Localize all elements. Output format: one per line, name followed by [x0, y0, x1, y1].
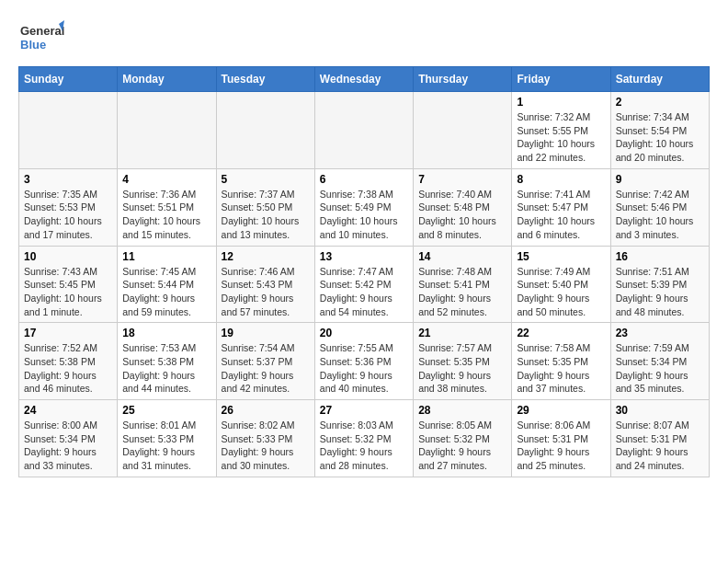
- day-info: Sunrise: 7:42 AM Sunset: 5:46 PM Dayligh…: [616, 188, 704, 242]
- calendar-cell: 15Sunrise: 7:49 AM Sunset: 5:40 PM Dayli…: [512, 246, 610, 323]
- day-info: Sunrise: 7:57 AM Sunset: 5:35 PM Dayligh…: [418, 341, 506, 396]
- day-number: 7: [418, 173, 506, 186]
- day-number: 15: [517, 250, 605, 263]
- calendar-cell: 20Sunrise: 7:55 AM Sunset: 5:36 PM Dayli…: [314, 323, 413, 400]
- day-info: Sunrise: 8:07 AM Sunset: 5:31 PM Dayligh…: [616, 419, 704, 473]
- calendar-cell: 19Sunrise: 7:54 AM Sunset: 5:37 PM Dayli…: [216, 323, 314, 400]
- day-number: 29: [517, 404, 605, 417]
- day-number: 24: [24, 404, 112, 417]
- day-info: Sunrise: 7:40 AM Sunset: 5:48 PM Dayligh…: [418, 188, 506, 242]
- day-info: Sunrise: 8:05 AM Sunset: 5:32 PM Dayligh…: [418, 419, 506, 473]
- day-info: Sunrise: 7:43 AM Sunset: 5:45 PM Dayligh…: [24, 265, 112, 319]
- calendar-cell: [118, 92, 216, 169]
- weekday-header: Wednesday: [314, 67, 413, 92]
- day-info: Sunrise: 8:00 AM Sunset: 5:34 PM Dayligh…: [24, 419, 112, 473]
- calendar-cell: 24Sunrise: 8:00 AM Sunset: 5:34 PM Dayli…: [19, 400, 118, 477]
- day-info: Sunrise: 7:52 AM Sunset: 5:38 PM Dayligh…: [24, 341, 112, 396]
- day-info: Sunrise: 7:34 AM Sunset: 5:54 PM Dayligh…: [616, 110, 704, 165]
- calendar-cell: 9Sunrise: 7:42 AM Sunset: 5:46 PM Daylig…: [610, 168, 709, 246]
- svg-text:General: General: [20, 24, 64, 38]
- weekday-header: Monday: [118, 67, 216, 92]
- day-number: 19: [222, 327, 310, 339]
- calendar-cell: 30Sunrise: 8:07 AM Sunset: 5:31 PM Dayli…: [610, 400, 709, 477]
- calendar-cell: 10Sunrise: 7:43 AM Sunset: 5:45 PM Dayli…: [19, 246, 118, 323]
- weekday-header: Friday: [512, 67, 610, 92]
- calendar-cell: 23Sunrise: 7:59 AM Sunset: 5:34 PM Dayli…: [610, 323, 709, 400]
- calendar-week-row: 10Sunrise: 7:43 AM Sunset: 5:45 PM Dayli…: [19, 246, 710, 323]
- calendar-cell: [314, 92, 413, 169]
- calendar-cell: 5Sunrise: 7:37 AM Sunset: 5:50 PM Daylig…: [216, 168, 314, 246]
- day-number: 8: [517, 173, 605, 186]
- day-number: 5: [222, 173, 310, 186]
- calendar-cell: [216, 92, 314, 169]
- calendar-header-row: SundayMondayTuesdayWednesdayThursdayFrid…: [19, 67, 710, 92]
- logo-svg: General Blue: [18, 18, 64, 57]
- calendar-week-row: 24Sunrise: 8:00 AM Sunset: 5:34 PM Dayli…: [19, 400, 710, 477]
- day-number: 13: [320, 250, 408, 263]
- weekday-header: Sunday: [19, 67, 118, 92]
- day-info: Sunrise: 7:41 AM Sunset: 5:47 PM Dayligh…: [517, 188, 605, 242]
- calendar-cell: 28Sunrise: 8:05 AM Sunset: 5:32 PM Dayli…: [414, 400, 512, 477]
- day-number: 25: [122, 404, 210, 417]
- day-number: 1: [517, 96, 605, 109]
- day-info: Sunrise: 7:53 AM Sunset: 5:38 PM Dayligh…: [122, 341, 210, 396]
- calendar-cell: 27Sunrise: 8:03 AM Sunset: 5:32 PM Dayli…: [314, 400, 413, 477]
- day-info: Sunrise: 7:48 AM Sunset: 5:41 PM Dayligh…: [418, 265, 506, 319]
- calendar-cell: 3Sunrise: 7:35 AM Sunset: 5:53 PM Daylig…: [19, 168, 118, 246]
- day-number: 28: [418, 404, 506, 417]
- day-number: 21: [418, 327, 506, 339]
- day-info: Sunrise: 7:54 AM Sunset: 5:37 PM Dayligh…: [222, 341, 310, 396]
- day-number: 4: [122, 173, 210, 186]
- calendar-cell: 14Sunrise: 7:48 AM Sunset: 5:41 PM Dayli…: [414, 246, 512, 323]
- day-info: Sunrise: 8:01 AM Sunset: 5:33 PM Dayligh…: [122, 419, 210, 473]
- calendar-cell: 22Sunrise: 7:58 AM Sunset: 5:35 PM Dayli…: [512, 323, 610, 400]
- weekday-header: Saturday: [610, 67, 709, 92]
- day-info: Sunrise: 7:55 AM Sunset: 5:36 PM Dayligh…: [320, 341, 408, 396]
- calendar-cell: 2Sunrise: 7:34 AM Sunset: 5:54 PM Daylig…: [610, 92, 709, 169]
- calendar-cell: 12Sunrise: 7:46 AM Sunset: 5:43 PM Dayli…: [216, 246, 314, 323]
- svg-text:Blue: Blue: [20, 38, 46, 52]
- page-header: General Blue: [18, 18, 710, 57]
- calendar-week-row: 17Sunrise: 7:52 AM Sunset: 5:38 PM Dayli…: [19, 323, 710, 400]
- calendar-cell: 25Sunrise: 8:01 AM Sunset: 5:33 PM Dayli…: [118, 400, 216, 477]
- calendar-cell: 8Sunrise: 7:41 AM Sunset: 5:47 PM Daylig…: [512, 168, 610, 246]
- calendar-cell: [19, 92, 118, 169]
- weekday-header: Tuesday: [216, 67, 314, 92]
- day-number: 20: [320, 327, 408, 339]
- day-number: 14: [418, 250, 506, 263]
- calendar-cell: 26Sunrise: 8:02 AM Sunset: 5:33 PM Dayli…: [216, 400, 314, 477]
- day-number: 26: [222, 404, 310, 417]
- day-info: Sunrise: 8:02 AM Sunset: 5:33 PM Dayligh…: [222, 419, 310, 473]
- day-number: 9: [616, 173, 704, 186]
- day-info: Sunrise: 7:49 AM Sunset: 5:40 PM Dayligh…: [517, 265, 605, 319]
- day-number: 2: [616, 96, 704, 109]
- day-number: 12: [222, 250, 310, 263]
- day-number: 22: [517, 327, 605, 339]
- day-number: 6: [320, 173, 408, 186]
- day-info: Sunrise: 7:58 AM Sunset: 5:35 PM Dayligh…: [517, 341, 605, 396]
- calendar-cell: 17Sunrise: 7:52 AM Sunset: 5:38 PM Dayli…: [19, 323, 118, 400]
- calendar-cell: 4Sunrise: 7:36 AM Sunset: 5:51 PM Daylig…: [118, 168, 216, 246]
- calendar-cell: 18Sunrise: 7:53 AM Sunset: 5:38 PM Dayli…: [118, 323, 216, 400]
- day-info: Sunrise: 7:37 AM Sunset: 5:50 PM Dayligh…: [222, 188, 310, 242]
- day-number: 17: [24, 327, 112, 339]
- calendar-cell: 7Sunrise: 7:40 AM Sunset: 5:48 PM Daylig…: [414, 168, 512, 246]
- day-info: Sunrise: 8:03 AM Sunset: 5:32 PM Dayligh…: [320, 419, 408, 473]
- calendar-week-row: 3Sunrise: 7:35 AM Sunset: 5:53 PM Daylig…: [19, 168, 710, 246]
- day-info: Sunrise: 7:32 AM Sunset: 5:55 PM Dayligh…: [517, 110, 605, 165]
- day-number: 23: [616, 327, 704, 339]
- calendar-cell: [414, 92, 512, 169]
- day-info: Sunrise: 7:35 AM Sunset: 5:53 PM Dayligh…: [24, 188, 112, 242]
- day-number: 3: [24, 173, 112, 186]
- day-number: 16: [616, 250, 704, 263]
- calendar-cell: 29Sunrise: 8:06 AM Sunset: 5:31 PM Dayli…: [512, 400, 610, 477]
- day-info: Sunrise: 7:46 AM Sunset: 5:43 PM Dayligh…: [222, 265, 310, 319]
- weekday-header: Thursday: [414, 67, 512, 92]
- calendar-cell: 6Sunrise: 7:38 AM Sunset: 5:49 PM Daylig…: [314, 168, 413, 246]
- calendar-cell: 13Sunrise: 7:47 AM Sunset: 5:42 PM Dayli…: [314, 246, 413, 323]
- day-info: Sunrise: 7:36 AM Sunset: 5:51 PM Dayligh…: [122, 188, 210, 242]
- calendar-week-row: 1Sunrise: 7:32 AM Sunset: 5:55 PM Daylig…: [19, 92, 710, 169]
- day-number: 10: [24, 250, 112, 263]
- logo: General Blue: [18, 18, 64, 57]
- calendar-cell: 16Sunrise: 7:51 AM Sunset: 5:39 PM Dayli…: [610, 246, 709, 323]
